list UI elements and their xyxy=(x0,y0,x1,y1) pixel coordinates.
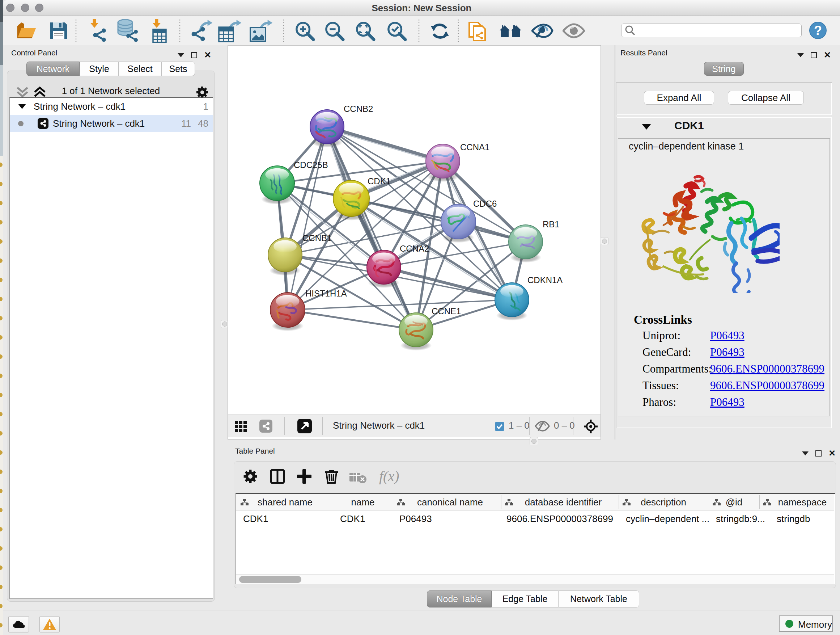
svg-text:CDK1: CDK1 xyxy=(368,176,391,186)
svg-text:CDC6: CDC6 xyxy=(473,199,497,209)
svg-text:HIST1H1A: HIST1H1A xyxy=(305,288,347,298)
svg-text:CCNA2: CCNA2 xyxy=(400,244,429,253)
svg-text:CCNA1: CCNA1 xyxy=(460,142,489,152)
svg-text:RB1: RB1 xyxy=(543,219,560,229)
svg-text:CCNB2: CCNB2 xyxy=(344,104,373,114)
svg-text:CDC25B: CDC25B xyxy=(294,160,328,170)
svg-text:CDKN1A: CDKN1A xyxy=(527,275,562,285)
svg-text:CCNE1: CCNE1 xyxy=(431,306,461,316)
svg-text:CCNB1: CCNB1 xyxy=(302,233,332,243)
